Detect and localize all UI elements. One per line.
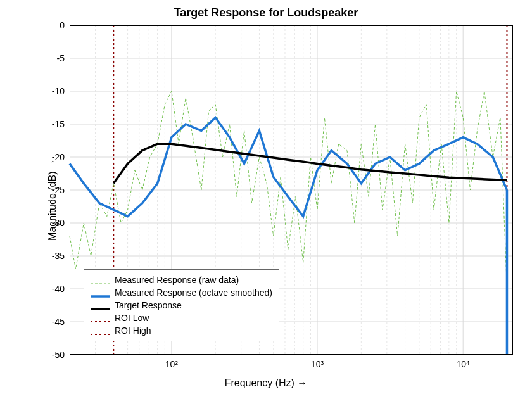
y-axis-label: Magnitude (dB) → (47, 158, 58, 241)
legend-label-4: ROI High (115, 326, 151, 336)
legend-label-0: Measured Response (raw data) (115, 275, 239, 285)
chart-title: Target Response for Loudspeaker (0, 6, 532, 20)
svg-text:10³: 10³ (311, 359, 324, 369)
svg-text:-15: -15 (52, 119, 65, 129)
svg-text:-40: -40 (52, 284, 65, 294)
legend-item-2: Target Response (91, 299, 272, 312)
svg-text:0: 0 (60, 20, 65, 30)
svg-text:-30: -30 (52, 218, 65, 228)
svg-text:-5: -5 (57, 53, 65, 63)
legend-item-4: ROI High (91, 324, 272, 337)
legend-item-1: Measured Response (octave smoothed) (91, 286, 272, 299)
svg-text:10²: 10² (165, 359, 179, 369)
svg-text:-50: -50 (52, 350, 65, 360)
chart: Target Response for Loudspeaker Magnitud… (0, 0, 532, 399)
svg-text:-25: -25 (52, 185, 65, 195)
series-2 (113, 144, 507, 183)
legend-label-2: Target Response (115, 300, 182, 310)
x-axis-label: Frequency (Hz) → (0, 377, 532, 389)
legend-item-3: ROI Low (91, 312, 272, 324)
legend-label-1: Measured Response (octave smoothed) (115, 288, 272, 298)
svg-text:-35: -35 (52, 251, 65, 261)
svg-text:-10: -10 (52, 86, 65, 96)
legend: Measured Response (raw data)Measured Res… (84, 269, 279, 341)
svg-text:-45: -45 (52, 317, 65, 327)
svg-text:10⁴: 10⁴ (456, 359, 470, 369)
series-1 (70, 118, 507, 217)
legend-label-3: ROI Low (115, 313, 149, 323)
svg-text:-20: -20 (52, 152, 65, 162)
legend-item-0: Measured Response (raw data) (91, 274, 272, 286)
